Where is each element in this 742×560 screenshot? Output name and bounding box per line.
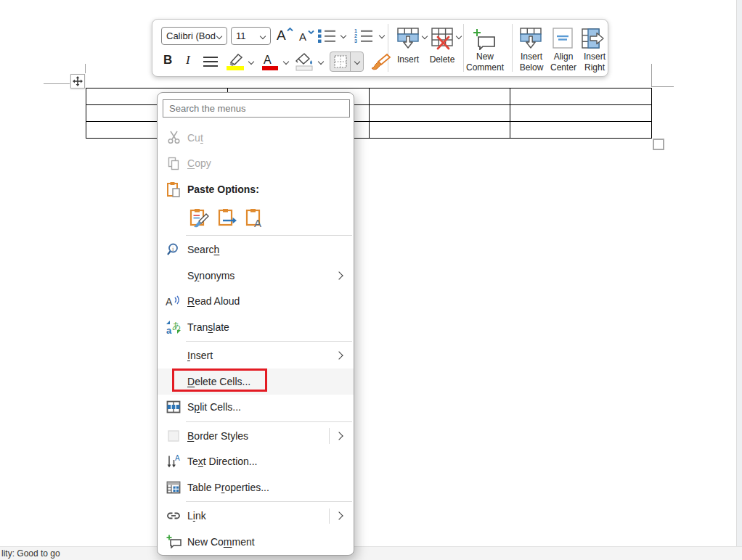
page-margin-mark-top-right-v bbox=[651, 64, 652, 87]
mini-toolbar: Calibri (Bod 11 A A 123 bbox=[152, 19, 608, 77]
bullets-button[interactable] bbox=[317, 28, 336, 46]
bold-button[interactable]: B bbox=[163, 53, 172, 67]
chevron-down-icon[interactable] bbox=[216, 33, 222, 38]
menu-item-read-aloud[interactable]: A Read Aloud bbox=[158, 289, 354, 315]
font-size-combo[interactable]: 11 bbox=[231, 27, 271, 45]
new-comment-label[interactable]: New Comment bbox=[460, 52, 510, 73]
paste-options-icon bbox=[166, 181, 182, 197]
chevron-down-icon[interactable] bbox=[456, 33, 462, 39]
numbering-icon: 123 bbox=[354, 28, 374, 43]
font-color-button[interactable]: A bbox=[259, 52, 280, 74]
table-cell[interactable] bbox=[370, 122, 511, 139]
insert-label[interactable]: Insert bbox=[389, 54, 427, 65]
table-resize-handle[interactable] bbox=[653, 139, 664, 150]
insert-right-icon bbox=[582, 27, 606, 50]
font-name-combo[interactable]: Calibri (Bod bbox=[161, 27, 227, 45]
scrollbar-track[interactable] bbox=[736, 0, 742, 546]
delete-table-button[interactable] bbox=[431, 27, 454, 53]
insert-right-button[interactable] bbox=[582, 27, 606, 53]
chevron-down-icon[interactable] bbox=[283, 59, 289, 65]
new-comment-button[interactable] bbox=[472, 28, 497, 53]
new-comment-label-line2: Comment bbox=[460, 62, 510, 73]
borders-button[interactable] bbox=[330, 52, 351, 71]
table-move-handle[interactable] bbox=[70, 74, 85, 88]
svg-text:あ: あ bbox=[172, 321, 181, 331]
format-painter-button[interactable] bbox=[370, 53, 391, 75]
table-cell[interactable] bbox=[510, 122, 652, 139]
justify-button[interactable] bbox=[202, 55, 219, 73]
cut-icon bbox=[166, 131, 182, 144]
menu-search-input[interactable] bbox=[163, 99, 350, 118]
text-direction-icon: A bbox=[166, 454, 182, 469]
menu-item-search[interactable]: i Search bbox=[158, 237, 354, 263]
borders-split-button[interactable] bbox=[330, 52, 364, 72]
menu-item-border-styles[interactable]: Border Styles bbox=[158, 423, 354, 449]
insert-right-label[interactable]: Insert Right bbox=[577, 52, 612, 73]
insert-right-label-line2: Right bbox=[577, 62, 612, 73]
menu-item-delete-cells[interactable]: Delete Cells... bbox=[158, 368, 354, 395]
shading-button[interactable] bbox=[293, 52, 315, 74]
menu-divider bbox=[186, 501, 352, 502]
italic-button[interactable]: I bbox=[186, 53, 190, 67]
menu-item-copy[interactable]: Copy bbox=[158, 151, 354, 177]
menu-item-cut[interactable]: Cut bbox=[158, 125, 354, 151]
table-cell[interactable] bbox=[370, 88, 511, 105]
new-comment-icon bbox=[472, 28, 497, 50]
paste-merge-formatting-button[interactable] bbox=[216, 207, 238, 229]
submenu-arrow-icon bbox=[335, 271, 343, 279]
paste-keep-text-only-button[interactable]: A bbox=[244, 207, 266, 229]
font-name-value: Calibri (Bod bbox=[166, 30, 216, 41]
move-cross-icon bbox=[73, 76, 83, 86]
numbering-button[interactable]: 123 bbox=[354, 28, 374, 46]
borders-dropdown[interactable] bbox=[351, 52, 363, 71]
align-center-button[interactable] bbox=[551, 27, 574, 53]
menu-item-text-direction[interactable]: A Text Direction... bbox=[158, 449, 354, 475]
menu-item-table-properties[interactable]: Table Properties... bbox=[158, 474, 354, 501]
menu-item-translate[interactable]: a あ Translate bbox=[158, 314, 354, 340]
chevron-down-icon[interactable] bbox=[260, 33, 266, 38]
chevron-down-icon[interactable] bbox=[422, 33, 428, 39]
page-margin-mark-top-right-h bbox=[651, 86, 674, 87]
paste-keep-source-formatting-button[interactable] bbox=[189, 207, 211, 229]
read-aloud-icon: A bbox=[166, 295, 182, 308]
submenu-arrow-icon bbox=[335, 352, 343, 360]
page-margin-mark-top-left-v bbox=[85, 64, 86, 73]
chevron-down-icon[interactable] bbox=[248, 59, 254, 65]
chevron-down-icon[interactable] bbox=[318, 59, 324, 65]
borders-icon bbox=[333, 54, 348, 69]
submenu-arrow-icon bbox=[335, 432, 343, 440]
menu-item-split-cells[interactable]: Split Cells... bbox=[158, 395, 354, 421]
chevron-down-icon bbox=[354, 59, 359, 65]
table-cell[interactable] bbox=[370, 105, 511, 122]
svg-text:A: A bbox=[166, 296, 173, 308]
menu-item-new-comment[interactable]: New Comment bbox=[158, 529, 354, 555]
insert-right-label-line1: Insert bbox=[577, 52, 612, 62]
svg-text:i: i bbox=[172, 245, 174, 252]
table-cell[interactable] bbox=[510, 88, 652, 105]
insert-below-icon bbox=[519, 27, 542, 50]
menu-item-synonyms[interactable]: Synonyms bbox=[158, 263, 354, 289]
svg-text:1: 1 bbox=[354, 28, 357, 33]
menu-divider bbox=[186, 235, 352, 236]
insert-below-button[interactable] bbox=[519, 27, 542, 53]
search-icon: i bbox=[166, 242, 182, 257]
delete-label[interactable]: Delete bbox=[423, 54, 461, 65]
highlight-color-button[interactable] bbox=[224, 52, 245, 74]
font-color-icon: A bbox=[259, 52, 280, 71]
shrink-font-button[interactable]: A bbox=[297, 28, 316, 46]
chevron-down-icon[interactable] bbox=[341, 33, 346, 38]
svg-text:A: A bbox=[175, 454, 180, 462]
chevron-down-icon[interactable] bbox=[379, 33, 385, 38]
align-center-icon bbox=[551, 27, 574, 50]
menu-item-link[interactable]: Link bbox=[158, 503, 354, 530]
menu-divider bbox=[186, 341, 352, 342]
table-cell[interactable] bbox=[510, 105, 652, 122]
menu-item-insert[interactable]: Insert bbox=[158, 343, 354, 369]
shading-bucket-icon bbox=[293, 52, 315, 71]
grow-font-button[interactable]: A bbox=[275, 25, 294, 46]
insert-table-button[interactable] bbox=[396, 27, 420, 53]
highlighter-icon bbox=[224, 52, 245, 71]
delete-table-icon bbox=[431, 27, 454, 50]
new-comment-label-line1: New bbox=[460, 52, 510, 62]
table-properties-icon bbox=[166, 480, 182, 495]
